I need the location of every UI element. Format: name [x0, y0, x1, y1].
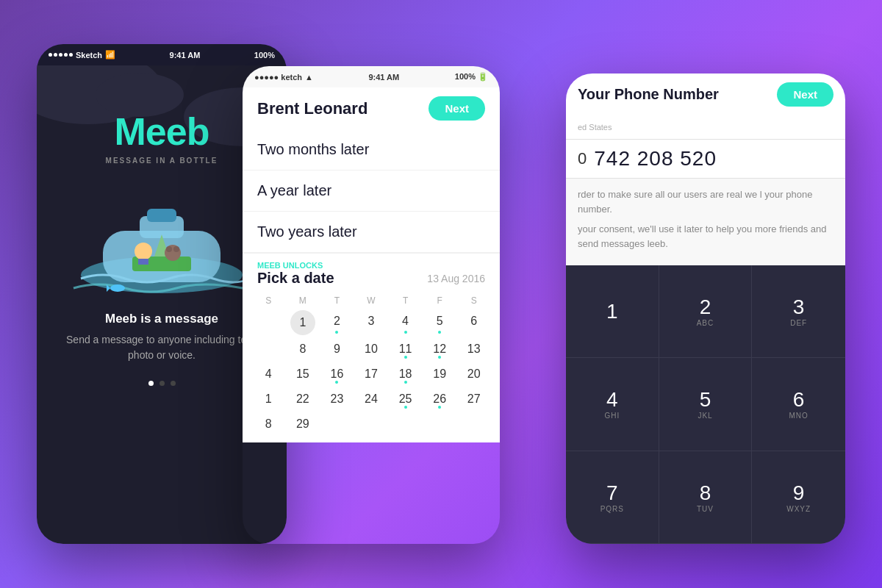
key-8[interactable]: 8 TUV [659, 451, 753, 544]
phone-3-phone-number: Your Phone Number Next ed States 0 742 2… [566, 74, 845, 544]
phone2-carrier: ●●●●● ketch [254, 73, 302, 82]
dot-2 [159, 381, 165, 386]
phone-number-display: 742 208 520 [594, 147, 717, 171]
phone2-next-button[interactable]: Next [429, 96, 485, 121]
phone3-next-button[interactable]: Next [777, 82, 833, 107]
cal-cell-6[interactable]: 6 [456, 310, 491, 335]
key-3-letters: DEF [790, 319, 807, 327]
svg-point-9 [166, 246, 172, 252]
cal-cell-4[interactable]: 4 [388, 310, 423, 335]
cal-cell-3[interactable]: 3 [354, 310, 389, 335]
phone-input-section: ed States 0 742 208 520 [566, 115, 845, 179]
keypad: 1 2 ABC 3 DEF 4 GHI 5 JKL 6 MNO [566, 265, 845, 544]
svg-point-11 [110, 284, 125, 292]
cal-cell-1b[interactable]: 1 [251, 388, 286, 410]
cal-cell-empty [251, 310, 286, 335]
cal-cell-17[interactable]: 17 [354, 363, 389, 385]
cal-cell-13[interactable]: 13 [456, 338, 491, 360]
cal-cell-25[interactable]: 25 [388, 388, 423, 410]
key-3[interactable]: 3 DEF [752, 265, 845, 358]
phone1-status-bar: Sketch 📶 9:41 AM 100% [37, 44, 287, 65]
time-option-1[interactable]: Two months later [243, 129, 500, 171]
day-m: M [286, 295, 320, 306]
key-2[interactable]: 2 ABC [659, 265, 753, 358]
phone1-time: 9:41 AM [170, 51, 201, 60]
cal-week-4: 1 22 23 24 25 26 27 [251, 388, 491, 410]
cal-cell-12[interactable]: 12 [423, 338, 457, 360]
cal-cell-18[interactable]: 18 [388, 363, 423, 385]
cal-cell-16[interactable]: 16 [320, 363, 354, 385]
meeb-logo: Meeb [115, 110, 209, 154]
key-7[interactable]: 7 PQRS [566, 451, 659, 544]
phone2-battery: 100% 🔋 [455, 72, 488, 82]
cal-cell-11[interactable]: 11 [388, 338, 423, 360]
cal-cell-4b[interactable]: 4 [251, 363, 286, 385]
cal-cell-20[interactable]: 20 [456, 363, 491, 385]
cal-cell-24[interactable]: 24 [354, 388, 389, 410]
cal-cell-15[interactable]: 15 [286, 363, 320, 385]
key-5-letters: JKL [698, 412, 712, 420]
calendar-meeb-label: Meeb Unlocks [257, 261, 485, 270]
key-9[interactable]: 9 WXYZ [752, 451, 845, 544]
cal-week-3: 4 15 16 17 18 19 20 [251, 363, 491, 385]
key-6[interactable]: 6 MNO [752, 358, 845, 451]
key-9-num: 9 [793, 481, 805, 505]
dot-1 [148, 381, 154, 386]
meeb-illustration [59, 179, 265, 297]
key-2-letters: ABC [697, 319, 714, 327]
key-6-num: 6 [793, 388, 805, 412]
meeb-tagline: MESSAGE IN A BOTTLE [106, 157, 218, 165]
time-option-3[interactable]: Two years later [243, 212, 500, 253]
day-f: F [423, 295, 457, 306]
day-s: S [251, 295, 286, 306]
key-8-letters: TUV [697, 505, 714, 513]
dot-3 [171, 381, 176, 386]
calendar-title: Pick a date [257, 270, 334, 287]
cal-cell-10[interactable]: 10 [354, 338, 389, 360]
key-1[interactable]: 1 [566, 265, 659, 358]
svg-rect-3 [147, 209, 176, 222]
day-t2: T [388, 295, 423, 306]
key-4[interactable]: 4 GHI [566, 358, 659, 451]
phone1-carrier: Sketch [76, 51, 102, 60]
country-code: 0 [578, 149, 587, 168]
cal-cell-19[interactable]: 19 [423, 363, 457, 385]
cal-cell-27[interactable]: 27 [456, 388, 491, 410]
cal-cell-5[interactable]: 5 [423, 310, 457, 335]
cal-cell-8[interactable]: 8 [286, 338, 320, 360]
phone-desc: rder to make sure all our users are real… [566, 179, 845, 265]
key-4-num: 4 [606, 388, 618, 412]
cal-cell-22[interactable]: 22 [286, 388, 320, 410]
phone2-header: Brent Leonard Next [243, 87, 500, 129]
phone2-time: 9:41 AM [368, 73, 399, 82]
key-5[interactable]: 5 JKL [659, 358, 753, 451]
cal-cell-8b[interactable]: 8 [251, 413, 286, 435]
phone3-header: Your Phone Number Next [566, 74, 845, 115]
meeb-tagline2: Meeb is a message [105, 312, 218, 326]
phone-desc-text-2: your consent, we'll use it later to help… [578, 222, 833, 251]
cal-week-2: 8 9 10 11 12 13 [251, 338, 491, 360]
calendar-grid: S M T W T F S 1 2 3 4 5 6 8 [243, 291, 500, 442]
key-9-letters: WXYZ [786, 505, 811, 513]
key-4-letters: GHI [604, 412, 620, 420]
phone1-wifi-icon: 📶 [105, 50, 115, 60]
phone2-wifi-icon: ▲ [305, 73, 313, 82]
cal-cell-23[interactable]: 23 [320, 388, 354, 410]
day-w: W [354, 295, 389, 306]
cal-cell-1[interactable]: 1 [290, 310, 315, 335]
calendar-date: 13 Aug 2016 [427, 273, 485, 284]
key-7-letters: PQRS [600, 505, 624, 513]
cal-cell-29[interactable]: 29 [286, 413, 320, 435]
country-row: ed States [566, 115, 845, 140]
cal-cell-2[interactable]: 2 [320, 310, 354, 335]
cal-week-1: 1 2 3 4 5 6 [251, 310, 491, 335]
cal-cell-empty2 [251, 338, 286, 360]
cal-cell-9[interactable]: 9 [320, 338, 354, 360]
scene: Sketch 📶 9:41 AM 100% Meeb MESSAGE IN A … [37, 29, 845, 559]
time-option-2[interactable]: A year later [243, 171, 500, 212]
cal-cell-26[interactable]: 26 [423, 388, 457, 410]
phone2-status-bar: ●●●●● ketch ▲ 9:41 AM 100% 🔋 [243, 66, 500, 87]
phone-2-date-picker: ●●●●● ketch ▲ 9:41 AM 100% 🔋 Brent Leona… [243, 66, 500, 544]
key-1-num: 1 [606, 300, 618, 323]
key-6-letters: MNO [789, 412, 808, 420]
